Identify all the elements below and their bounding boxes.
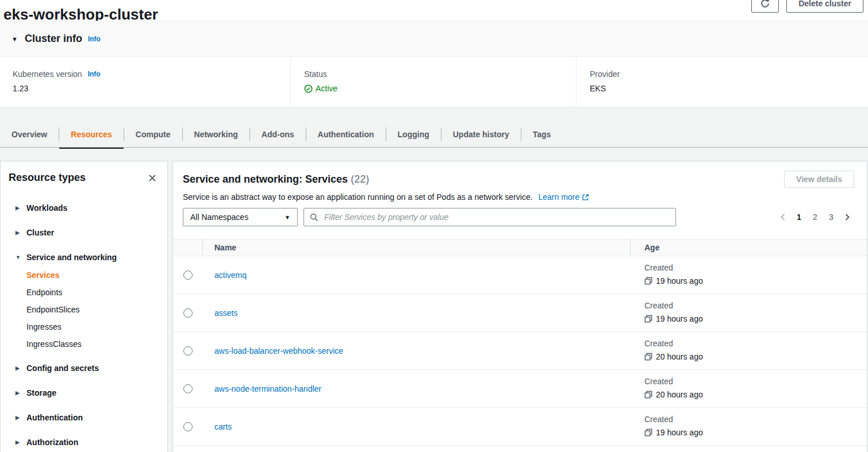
row-radio-button[interactable]	[183, 422, 193, 431]
kubernetes-version-label: Kubernetes version	[13, 69, 82, 79]
search-box	[304, 208, 676, 226]
view-details-button[interactable]: View details	[784, 171, 854, 188]
chevron-right-icon[interactable]: ▶	[16, 205, 26, 211]
age-value: 20 hours ago	[656, 352, 703, 361]
sidebar-group-config-and-secrets[interactable]: ▶ Config and secrets	[16, 361, 167, 375]
tab-add-ons[interactable]: Add-ons	[250, 121, 306, 148]
table-row: aws-load-balancer-webhook-service Create…	[173, 332, 867, 370]
services-description: Service is an abstract way to expose an …	[183, 192, 867, 202]
page-header: eks-workshop-cluster Delete cluster	[0, 0, 868, 22]
copy-icon[interactable]	[644, 353, 652, 361]
service-link[interactable]: aws-node-termination-handler	[214, 384, 321, 393]
close-icon[interactable]	[147, 172, 158, 184]
age-created-label: Created	[644, 301, 867, 310]
age-value: 19 hours ago	[656, 276, 703, 285]
status-check-circle-icon	[304, 84, 313, 93]
kubernetes-version-value: 1.23	[13, 84, 290, 93]
refresh-button[interactable]	[751, 0, 779, 13]
sidebar-group-authentication[interactable]: ▶ Authentication	[16, 411, 167, 424]
sidebar-group-cluster[interactable]: ▶ Cluster	[16, 226, 167, 239]
cluster-info-header[interactable]: ▼ Cluster info Info	[0, 21, 868, 57]
age-column-header: Age	[631, 239, 867, 256]
cluster-tabs: Overview Resources Compute Networking Ad…	[0, 121, 868, 148]
services-table: Name Age activemq Created 19 hours ago a…	[173, 239, 867, 452]
search-input[interactable]	[323, 212, 670, 222]
provider-label: Provider	[590, 69, 868, 79]
external-link-icon	[582, 194, 589, 201]
service-link[interactable]: carts	[214, 422, 232, 431]
copy-icon[interactable]	[644, 277, 652, 285]
tab-compute[interactable]: Compute	[124, 121, 182, 148]
tab-networking[interactable]: Networking	[183, 121, 249, 148]
sidebar-group-storage[interactable]: ▶ Storage	[16, 386, 167, 400]
chevron-right-icon[interactable]: ▶	[16, 415, 26, 420]
provider-value: EKS	[590, 84, 868, 93]
sidebar-item-ingressclasses[interactable]: IngressClasses	[26, 335, 167, 353]
services-panel: Service and networking: Services (22) Vi…	[172, 161, 867, 452]
cluster-info-info-link[interactable]: Info	[88, 35, 101, 43]
previous-page-icon[interactable]	[775, 209, 791, 225]
page-2-button[interactable]: 2	[807, 209, 823, 225]
sidebar-item-ingresses[interactable]: Ingresses	[26, 318, 167, 335]
age-created-label: Created	[644, 339, 867, 348]
age-created-label: Created	[644, 263, 867, 272]
age-created-label: Created	[644, 415, 867, 424]
copy-icon[interactable]	[644, 315, 652, 323]
table-row: aws-node-termination-handler Created 20 …	[173, 370, 867, 408]
namespace-select[interactable]: All Namespaces ▼	[183, 208, 298, 226]
resource-types-title: Resource types	[9, 172, 86, 184]
tab-authentication[interactable]: Authentication	[306, 121, 386, 148]
selection-column-header	[173, 239, 203, 256]
service-link[interactable]: assets	[214, 308, 237, 318]
learn-more-link[interactable]: Learn more	[538, 192, 589, 202]
tab-overview[interactable]: Overview	[0, 121, 59, 148]
provider-field: Provider EKS	[576, 57, 868, 107]
sidebar-item-endpoints[interactable]: Endpoints	[26, 284, 167, 301]
cluster-info-body: Kubernetes version Info 1.23 Status Acti…	[0, 57, 868, 107]
services-count: (22)	[351, 173, 369, 185]
tab-tags[interactable]: Tags	[521, 121, 563, 148]
status-badge: Active	[316, 84, 337, 93]
refresh-icon	[760, 0, 770, 9]
service-link[interactable]: aws-load-balancer-webhook-service	[214, 346, 343, 356]
sidebar-group-service-and-networking[interactable]: ▼ Service and networking	[16, 250, 167, 264]
resource-types-tree: ▶ Workloads ▶ Cluster ▼ Service and netw…	[1, 201, 167, 449]
delete-cluster-button[interactable]: Delete cluster	[786, 0, 863, 13]
chevron-right-icon[interactable]: ▶	[16, 439, 26, 445]
collapse-caret-icon[interactable]: ▼	[11, 36, 18, 43]
kubernetes-version-info-link[interactable]: Info	[88, 70, 101, 78]
sidebar-group-workloads[interactable]: ▶ Workloads	[16, 201, 167, 215]
tab-resources[interactable]: Resources	[59, 121, 124, 148]
age-value: 19 hours ago	[656, 428, 703, 437]
sidebar-group-authorization[interactable]: ▶ Authorization	[16, 435, 167, 449]
tab-update-history[interactable]: Update history	[441, 121, 521, 148]
page-1-button[interactable]: 1	[791, 209, 807, 225]
table-header: Name Age	[173, 239, 867, 256]
copy-icon[interactable]	[644, 428, 652, 436]
chevron-right-icon[interactable]: ▶	[16, 230, 26, 235]
next-page-icon[interactable]	[839, 209, 855, 225]
row-radio-button[interactable]	[183, 308, 193, 318]
header-actions: Delete cluster	[751, 0, 863, 13]
tabs-separator	[0, 147, 868, 148]
chevron-down-icon[interactable]: ▼	[16, 254, 26, 260]
service-link[interactable]: activemq	[214, 271, 247, 280]
row-radio-button[interactable]	[183, 384, 193, 393]
caret-down-icon: ▼	[285, 214, 290, 221]
tab-logging[interactable]: Logging	[386, 121, 441, 148]
pagination: 1 2 3	[775, 209, 855, 225]
search-icon	[310, 213, 318, 222]
kubernetes-version-field: Kubernetes version Info 1.23	[0, 57, 290, 107]
status-label: Status	[304, 69, 576, 79]
table-row-partial: Created	[173, 446, 867, 452]
table-row: carts Created 19 hours ago	[173, 408, 867, 446]
row-radio-button[interactable]	[183, 271, 193, 280]
copy-icon[interactable]	[644, 391, 652, 399]
chevron-right-icon[interactable]: ▶	[16, 365, 26, 371]
page-3-button[interactable]: 3	[823, 209, 839, 225]
chevron-right-icon[interactable]: ▶	[16, 390, 26, 396]
sidebar-item-endpointslices[interactable]: EndpointSlices	[26, 301, 167, 318]
sidebar-item-services[interactable]: Services	[26, 266, 167, 284]
services-panel-title: Service and networking: Services (22)	[173, 161, 867, 186]
row-radio-button[interactable]	[183, 346, 193, 356]
